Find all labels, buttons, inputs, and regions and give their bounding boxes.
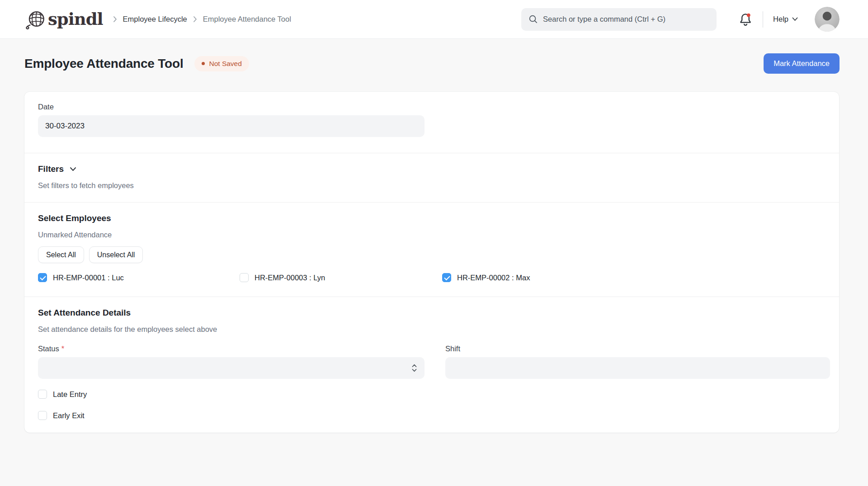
- date-input[interactable]: [38, 115, 425, 137]
- checkbox-icon[interactable]: [240, 273, 249, 282]
- shift-label: Shift: [445, 344, 830, 353]
- select-all-button[interactable]: Select All: [38, 246, 84, 263]
- status-field: Status *: [38, 344, 425, 379]
- not-saved-dot: [202, 62, 205, 65]
- select-caret-icon: [411, 363, 417, 373]
- employee-label: HR-EMP-00003 : Lyn: [255, 274, 325, 282]
- attendance-form-card: Date Filters Set filters to fetch employ…: [24, 92, 839, 433]
- help-label: Help: [773, 15, 788, 24]
- app-logo[interactable]: spindl: [24, 9, 103, 29]
- early-exit-label: Early Exit: [53, 411, 85, 420]
- late-entry-checkbox-item[interactable]: Late Entry: [38, 390, 87, 399]
- shift-input[interactable]: [445, 357, 830, 379]
- breadcrumb-item-employee-lifecycle[interactable]: Employee Lifecycle: [123, 15, 187, 24]
- breadcrumb-item-employee-attendance-tool: Employee Attendance Tool: [203, 15, 291, 24]
- shift-field: Shift: [445, 344, 830, 379]
- late-entry-label: Late Entry: [53, 390, 87, 399]
- employee-checkbox-grid: HR-EMP-00001 : Luc HR-EMP-00003 : Lyn HR…: [38, 273, 826, 282]
- select-employees-section: Select Employees Unmarked Attendance Sel…: [24, 202, 839, 297]
- attendance-details-heading: Set Attendance Details: [38, 308, 826, 318]
- attendance-details-description: Set attendance details for the employees…: [38, 325, 826, 334]
- employee-checkbox-item[interactable]: HR-EMP-00003 : Lyn: [240, 273, 325, 282]
- help-menu[interactable]: Help: [773, 15, 798, 24]
- not-saved-label: Not Saved: [209, 60, 241, 68]
- app-header: spindl Employee Lifecycle Employee Atten…: [0, 0, 868, 39]
- checkbox-icon[interactable]: [38, 273, 47, 282]
- attendance-details-section: Set Attendance Details Set attendance de…: [24, 297, 839, 433]
- early-exit-checkbox-item[interactable]: Early Exit: [38, 411, 85, 420]
- date-label: Date: [38, 103, 826, 111]
- checkbox-icon[interactable]: [38, 390, 47, 399]
- notifications-button[interactable]: [738, 12, 753, 27]
- unselect-all-button[interactable]: Unselect All: [89, 246, 143, 263]
- employee-label: HR-EMP-00002 : Max: [457, 274, 530, 282]
- notification-dot: [747, 13, 750, 17]
- unmarked-attendance-label: Unmarked Attendance: [38, 231, 826, 239]
- checkbox-icon[interactable]: [442, 273, 451, 282]
- select-employees-heading: Select Employees: [38, 213, 826, 223]
- user-avatar[interactable]: [815, 7, 840, 32]
- page-head: Employee Attendance Tool Not Saved Mark …: [0, 53, 868, 74]
- filters-section: Filters Set filters to fetch employees: [24, 153, 839, 202]
- page-title: Employee Attendance Tool: [24, 57, 183, 71]
- mark-attendance-button[interactable]: Mark Attendance: [764, 53, 840, 74]
- status-badge: Not Saved: [194, 56, 249, 71]
- yarn-ball-icon: [24, 9, 45, 29]
- chevron-down-icon: [792, 17, 798, 21]
- filters-heading[interactable]: Filters: [38, 164, 826, 174]
- employee-checkbox-item[interactable]: HR-EMP-00001 : Luc: [38, 273, 124, 282]
- breadcrumb: Employee Lifecycle Employee Attendance T…: [113, 15, 291, 24]
- global-search[interactable]: [521, 8, 717, 31]
- employee-label: HR-EMP-00001 : Luc: [53, 274, 124, 282]
- date-section: Date: [24, 92, 839, 153]
- logo-wordmark: spindl: [48, 11, 103, 28]
- filters-description: Set filters to fetch employees: [38, 181, 826, 190]
- checkbox-icon[interactable]: [38, 411, 47, 420]
- required-marker: *: [61, 344, 64, 353]
- status-select[interactable]: [38, 357, 425, 379]
- search-input[interactable]: [543, 15, 709, 24]
- search-icon: [528, 14, 538, 24]
- header-divider: [763, 11, 763, 28]
- chevron-down-icon[interactable]: [70, 167, 76, 171]
- breadcrumb-separator-icon: [193, 16, 197, 23]
- employee-checkbox-item[interactable]: HR-EMP-00002 : Max: [442, 273, 530, 282]
- filters-title: Filters: [38, 164, 64, 174]
- status-label: Status: [38, 344, 59, 353]
- breadcrumb-separator-icon: [113, 16, 117, 23]
